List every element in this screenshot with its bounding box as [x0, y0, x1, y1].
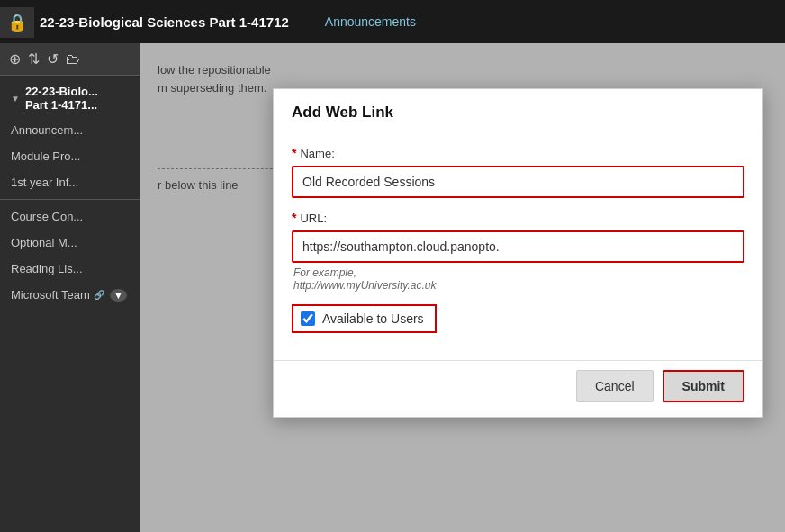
sidebar-item-module-pro[interactable]: Module Pro...	[0, 143, 140, 169]
modal-title: Add Web Link	[274, 89, 762, 131]
available-to-users-label: Available to Users	[322, 311, 424, 326]
top-header: 🔒 22-23-Biological Sciences Part 1-41712…	[0, 0, 785, 43]
sidebar: ⊕ ⇅ ↺ 🗁 ▼ 22-23-Biolo...Part 1-4171... A…	[0, 43, 140, 532]
sidebar-divider	[0, 199, 140, 200]
name-input[interactable]	[292, 166, 744, 198]
sidebar-item-announcements[interactable]: Announcem...	[0, 117, 140, 143]
url-hint: For example, http://www.myUniversity.ac.…	[292, 266, 744, 292]
announcements-nav-link[interactable]: Announcements	[325, 14, 416, 29]
modal-body: * Name: * URL: For example, http://www.m…	[274, 146, 762, 360]
sidebar-item-course-con[interactable]: Course Con...	[0, 203, 140, 230]
url-input[interactable]	[292, 230, 744, 263]
url-label: * URL:	[292, 211, 744, 225]
main-layout: ⊕ ⇅ ↺ 🗁 ▼ 22-23-Biolo...Part 1-4171... A…	[0, 43, 785, 532]
modal-footer: Cancel Submit	[274, 360, 762, 417]
name-label: * Name:	[292, 146, 744, 160]
sidebar-item-microsoft-team[interactable]: Microsoft Team 🔗 ▼	[0, 282, 140, 308]
available-to-users-checkbox[interactable]	[301, 311, 315, 326]
course-title: 22-23-Biological Sciences Part 1-41712	[40, 14, 289, 30]
available-to-users-row: Available to Users	[292, 304, 744, 333]
sidebar-item-1st-year[interactable]: 1st year Inf...	[0, 169, 140, 195]
sidebar-item-reading-list[interactable]: Reading Lis...	[0, 256, 140, 282]
sidebar-section-header[interactable]: ▼ 22-23-Biolo...Part 1-4171...	[0, 76, 140, 117]
add-web-link-modal: Add Web Link * Name: * URL:	[273, 88, 763, 418]
available-to-users-checkbox-row[interactable]: Available to Users	[292, 304, 437, 333]
url-required-star: *	[292, 211, 296, 225]
name-field-row: * Name:	[292, 146, 744, 198]
sidebar-section-title: 22-23-Biolo...Part 1-4171...	[25, 85, 98, 112]
collapse-arrow-icon: ▼	[11, 94, 20, 104]
refresh-icon[interactable]: ↺	[47, 50, 59, 68]
url-field-row: * URL: For example, http://www.myUnivers…	[292, 211, 744, 292]
folder-icon[interactable]: 🗁	[66, 51, 80, 68]
cancel-button[interactable]: Cancel	[576, 370, 654, 402]
name-required-star: *	[292, 146, 296, 160]
reorder-icon[interactable]: ⇅	[28, 50, 40, 68]
arrow-icon: ▼	[110, 289, 127, 302]
submit-button[interactable]: Submit	[663, 370, 744, 402]
lock-icon: 🔒	[0, 7, 34, 38]
external-link-icon: 🔗	[94, 290, 104, 300]
content-area: low the repositionable m superseding the…	[140, 43, 785, 532]
add-icon[interactable]: ⊕	[9, 50, 21, 68]
sidebar-toolbar: ⊕ ⇅ ↺ 🗁	[0, 43, 140, 76]
sidebar-item-optional-m[interactable]: Optional M...	[0, 230, 140, 256]
